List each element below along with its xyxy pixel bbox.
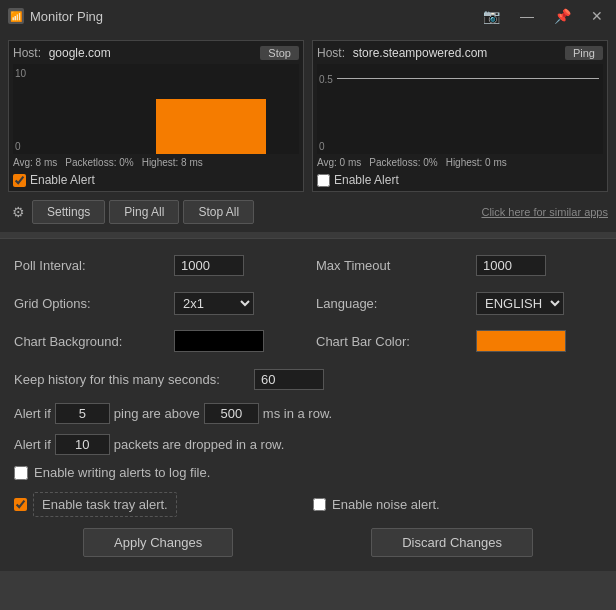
host-label-1: Host: google.com <box>13 45 111 60</box>
window-controls: 📷 — 📌 ✕ <box>478 6 608 26</box>
noise-alert-label: Enable noise alert. <box>332 497 440 512</box>
action-row: ⚙ Settings Ping All Stop All Click here … <box>8 200 608 224</box>
stats-row-2: Avg: 0 ms Packetloss: 0% Highest: 0 ms <box>317 157 603 168</box>
alert1-label1: Alert if <box>14 406 51 421</box>
chart-bar-google <box>156 99 266 154</box>
avg-stat-2: Avg: 0 ms <box>317 157 361 168</box>
highest-stat-2: Highest: 0 ms <box>446 157 507 168</box>
chart-y-05-label-2: 0.5 <box>319 74 333 85</box>
settings-gear-icon: ⚙ <box>8 202 28 222</box>
host-label-2: Host: store.steampowered.com <box>317 45 487 60</box>
apply-button[interactable]: Apply Changes <box>83 528 233 557</box>
title-bar: 📶 Monitor Ping 📷 — 📌 ✕ <box>0 0 616 32</box>
alert1-label3: ms in a row. <box>263 406 332 421</box>
chart-y-10-label-1: 10 <box>15 68 26 79</box>
ping-button-2[interactable]: Ping <box>565 46 603 60</box>
enable-alert-row-1: Enable Alert <box>13 173 299 187</box>
log-alert-row: Enable writing alerts to log file. <box>14 465 602 480</box>
host-header-2: Host: store.steampowered.com Ping <box>317 45 603 60</box>
grid-language-row: Grid Options: 2x1 Language: ENGLISH <box>14 289 602 317</box>
alert1-label2: ping are above <box>114 406 200 421</box>
alert-ping-row: Alert if ping are above ms in a row. <box>14 403 602 424</box>
alert1-input2[interactable] <box>204 403 259 424</box>
camera-button[interactable]: 📷 <box>478 6 505 26</box>
language-select[interactable]: ENGLISH <box>476 292 564 315</box>
chart-line-steam <box>337 78 599 79</box>
hosts-row: Host: google.com Stop 10 0 Avg: 8 ms Pac… <box>8 40 608 192</box>
app-icon: 📶 <box>8 8 24 24</box>
ping-all-button[interactable]: Ping All <box>109 200 179 224</box>
chart-2: 0.5 0 <box>317 64 603 154</box>
stats-row-1: Avg: 8 ms Packetloss: 0% Highest: 8 ms <box>13 157 299 168</box>
stop-all-button[interactable]: Stop All <box>183 200 254 224</box>
poll-interval-input[interactable] <box>174 255 244 276</box>
enable-alert-label-1: Enable Alert <box>30 173 95 187</box>
history-row: Keep history for this many seconds: <box>14 365 602 393</box>
host-name-1: google.com <box>49 46 111 60</box>
tray-alert-border: Enable task tray alert. <box>33 492 177 517</box>
chart-y-0-label-2: 0 <box>319 141 325 152</box>
app-title: Monitor Ping <box>30 9 478 24</box>
host-header-1: Host: google.com Stop <box>13 45 299 60</box>
max-timeout-label: Max Timeout <box>316 258 476 273</box>
enable-alert-row-2: Enable Alert <box>317 173 603 187</box>
settings-button[interactable]: Settings <box>32 200 105 224</box>
enable-alert-checkbox-1[interactable] <box>13 174 26 187</box>
chart-y-0-label-1: 0 <box>15 141 21 152</box>
chart-bar-color-swatch[interactable] <box>476 330 566 352</box>
host-card-1: Host: google.com Stop 10 0 Avg: 8 ms Pac… <box>8 40 304 192</box>
alert-packets-row: Alert if packets are dropped in a row. <box>14 434 602 455</box>
history-input[interactable] <box>254 369 324 390</box>
pin-button[interactable]: 📌 <box>549 6 576 26</box>
grid-options-label: Grid Options: <box>14 296 174 311</box>
alert2-label2: packets are dropped in a row. <box>114 437 285 452</box>
tray-alert-checkbox[interactable] <box>14 498 27 511</box>
alert2-input1[interactable] <box>55 434 110 455</box>
highest-stat-1: Highest: 8 ms <box>142 157 203 168</box>
log-alert-checkbox[interactable] <box>14 466 28 480</box>
log-alert-label: Enable writing alerts to log file. <box>34 465 210 480</box>
history-label: Keep history for this many seconds: <box>14 372 254 387</box>
host-card-2: Host: store.steampowered.com Ping 0.5 0 … <box>312 40 608 192</box>
tray-alert-label: Enable task tray alert. <box>42 497 168 512</box>
discard-button[interactable]: Discard Changes <box>371 528 533 557</box>
minimize-button[interactable]: — <box>515 6 539 26</box>
bottom-buttons: Apply Changes Discard Changes <box>14 528 602 557</box>
grid-options-select[interactable]: 2x1 <box>174 292 254 315</box>
similar-apps-link[interactable]: Click here for similar apps <box>481 206 608 218</box>
enable-alert-label-2: Enable Alert <box>334 173 399 187</box>
host-name-2: store.steampowered.com <box>353 46 488 60</box>
poll-interval-label: Poll Interval: <box>14 258 174 273</box>
poll-timeout-row: Poll Interval: Max Timeout <box>14 251 602 279</box>
stop-button-1[interactable]: Stop <box>260 46 299 60</box>
chart-1: 10 0 <box>13 64 299 154</box>
language-label: Language: <box>316 296 476 311</box>
tray-alert-half: Enable task tray alert. <box>14 492 303 517</box>
monitor-panel: Host: google.com Stop 10 0 Avg: 8 ms Pac… <box>0 32 616 232</box>
max-timeout-input[interactable] <box>476 255 546 276</box>
alert1-input1[interactable] <box>55 403 110 424</box>
avg-stat-1: Avg: 8 ms <box>13 157 57 168</box>
packetloss-stat-2: Packetloss: 0% <box>369 157 437 168</box>
alert2-label1: Alert if <box>14 437 51 452</box>
packetloss-stat-1: Packetloss: 0% <box>65 157 133 168</box>
settings-panel: Poll Interval: Max Timeout Grid Options:… <box>0 238 616 571</box>
chart-bg-swatch[interactable] <box>174 330 264 352</box>
enable-alert-checkbox-2[interactable] <box>317 174 330 187</box>
noise-alert-half: Enable noise alert. <box>303 497 602 512</box>
chart-colors-row: Chart Background: Chart Bar Color: <box>14 327 602 355</box>
chart-bg-label: Chart Background: <box>14 334 174 349</box>
close-button[interactable]: ✕ <box>586 6 608 26</box>
noise-alert-checkbox[interactable] <box>313 498 326 511</box>
tray-noise-row: Enable task tray alert. Enable noise ale… <box>14 490 602 518</box>
chart-bar-color-label: Chart Bar Color: <box>316 334 476 349</box>
